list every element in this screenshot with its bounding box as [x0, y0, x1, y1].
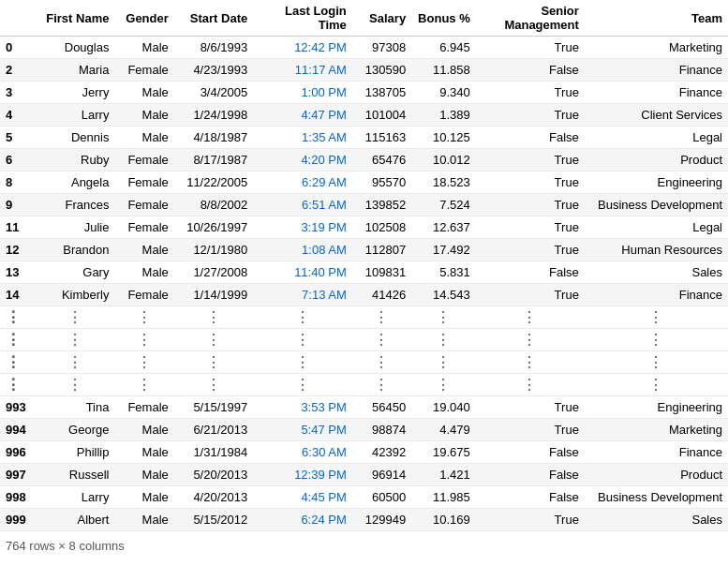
cell-logintime: 12:39 PM: [253, 464, 352, 486]
dots-row: ⋮⋮⋮⋮⋮⋮⋮⋮⋮: [0, 306, 728, 329]
dots-cell: ⋮: [174, 306, 253, 329]
col-header-startdate[interactable]: Start Date: [174, 0, 253, 37]
dots-cell: ⋮: [114, 306, 173, 329]
col-header-bonus[interactable]: Bonus %: [411, 0, 476, 37]
cell-index: 12: [0, 239, 36, 261]
cell-senior: False: [476, 486, 585, 509]
cell-firstname: Maria: [36, 59, 114, 82]
col-header-firstname[interactable]: First Name: [36, 0, 114, 37]
dots-cell: ⋮: [36, 374, 114, 396]
dots-cell: ⋮: [114, 374, 173, 396]
cell-firstname: Douglas: [36, 37, 114, 59]
cell-team: Client Services: [585, 104, 728, 127]
cell-salary: 109831: [352, 261, 411, 284]
dots-cell: ⋮: [253, 374, 352, 396]
cell-senior: True: [476, 239, 585, 261]
cell-startdate: 8/6/1993: [174, 37, 253, 59]
cell-index: 0: [0, 37, 36, 59]
row-count-label: 764 rows × 8 columns: [0, 531, 728, 560]
cell-salary: 42392: [352, 441, 411, 464]
cell-bonus: 1.389: [411, 104, 476, 127]
cell-team: Legal: [585, 127, 728, 149]
cell-team: Engineering: [585, 171, 728, 194]
cell-index: 999: [0, 509, 36, 531]
cell-bonus: 14.543: [411, 284, 476, 306]
cell-startdate: 1/31/1984: [174, 441, 253, 464]
cell-index: 994: [0, 419, 36, 441]
cell-salary: 138705: [352, 82, 411, 104]
cell-senior: True: [476, 396, 585, 419]
col-header-salary[interactable]: Salary: [352, 0, 411, 37]
cell-firstname: Russell: [36, 464, 114, 486]
cell-bonus: 4.479: [411, 419, 476, 441]
cell-salary: 96914: [352, 464, 411, 486]
dots-cell: ⋮: [253, 351, 352, 374]
cell-startdate: 3/4/2005: [174, 82, 253, 104]
cell-startdate: 12/1/1980: [174, 239, 253, 261]
dots-cell: ⋮: [174, 351, 253, 374]
cell-index: 14: [0, 284, 36, 306]
cell-senior: True: [476, 82, 585, 104]
cell-firstname: Phillip: [36, 441, 114, 464]
cell-logintime: 4:20 PM: [253, 149, 352, 171]
dots-cell: ⋮: [352, 351, 411, 374]
cell-bonus: 10.125: [411, 127, 476, 149]
cell-gender: Male: [114, 464, 173, 486]
cell-team: Product: [585, 149, 728, 171]
cell-senior: True: [476, 37, 585, 59]
dots-row: ⋮⋮⋮⋮⋮⋮⋮⋮⋮: [0, 374, 728, 396]
cell-team: Sales: [585, 509, 728, 531]
table-row: 3JerryMale3/4/20051:00 PM1387059.340True…: [0, 82, 728, 104]
cell-firstname: Angela: [36, 171, 114, 194]
cell-gender: Female: [114, 59, 173, 82]
cell-startdate: 1/14/1999: [174, 284, 253, 306]
cell-salary: 139852: [352, 194, 411, 216]
cell-index: 11: [0, 216, 36, 239]
cell-startdate: 8/17/1987: [174, 149, 253, 171]
cell-logintime: 12:42 PM: [253, 37, 352, 59]
cell-team: Human Resources: [585, 239, 728, 261]
cell-salary: 102508: [352, 216, 411, 239]
dots-cell: ⋮: [585, 351, 728, 374]
dots-cell: ⋮: [476, 306, 585, 329]
cell-team: Finance: [585, 82, 728, 104]
cell-logintime: 11:17 AM: [253, 59, 352, 82]
col-header-logintime[interactable]: Last Login Time: [253, 0, 352, 37]
col-header-senior[interactable]: Senior Management: [476, 0, 585, 37]
dots-cell: ⋮: [585, 329, 728, 351]
table-row: 993TinaFemale5/15/19973:53 PM5645019.040…: [0, 396, 728, 419]
cell-gender: Female: [114, 284, 173, 306]
cell-salary: 112807: [352, 239, 411, 261]
cell-startdate: 5/15/2012: [174, 509, 253, 531]
cell-team: Business Development: [585, 486, 728, 509]
cell-senior: True: [476, 419, 585, 441]
table-row: 996PhillipMale1/31/19846:30 AM4239219.67…: [0, 441, 728, 464]
table-row: 997RussellMale5/20/201312:39 PM969141.42…: [0, 464, 728, 486]
dots-cell: ⋮: [352, 329, 411, 351]
cell-team: Finance: [585, 441, 728, 464]
cell-firstname: Dennis: [36, 127, 114, 149]
cell-firstname: George: [36, 419, 114, 441]
cell-bonus: 1.421: [411, 464, 476, 486]
table-row: 0DouglasMale8/6/199312:42 PM973086.945Tr…: [0, 37, 728, 59]
col-header-team[interactable]: Team: [585, 0, 728, 37]
cell-bonus: 12.637: [411, 216, 476, 239]
cell-logintime: 5:47 PM: [253, 419, 352, 441]
cell-gender: Female: [114, 194, 173, 216]
cell-senior: True: [476, 149, 585, 171]
cell-index: 5: [0, 127, 36, 149]
cell-startdate: 4/23/1993: [174, 59, 253, 82]
cell-index: 6: [0, 149, 36, 171]
cell-firstname: Ruby: [36, 149, 114, 171]
cell-index: 997: [0, 464, 36, 486]
cell-bonus: 18.523: [411, 171, 476, 194]
cell-gender: Male: [114, 419, 173, 441]
col-header-index: [0, 0, 36, 37]
table-row: 4LarryMale1/24/19984:47 PM1010041.389Tru…: [0, 104, 728, 127]
cell-logintime: 6:24 PM: [253, 509, 352, 531]
dots-cell: ⋮: [0, 329, 36, 351]
cell-gender: Male: [114, 486, 173, 509]
dots-cell: ⋮: [585, 306, 728, 329]
cell-salary: 95570: [352, 171, 411, 194]
col-header-gender[interactable]: Gender: [114, 0, 173, 37]
